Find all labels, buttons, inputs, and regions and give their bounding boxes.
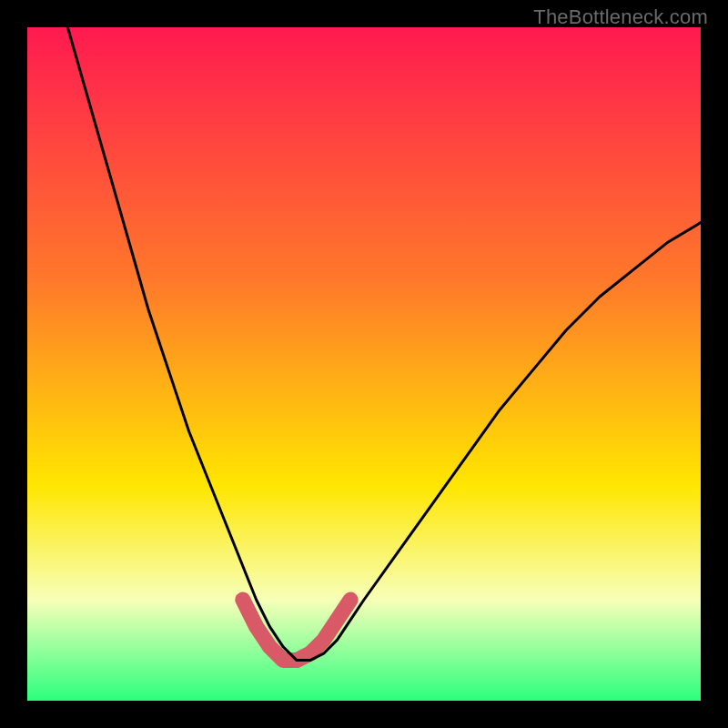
plot-area [27,27,701,701]
watermark-text: TheBottleneck.com [533,5,708,29]
chart-frame: TheBottleneck.com [0,0,728,728]
bottleneck-chart [27,27,701,701]
